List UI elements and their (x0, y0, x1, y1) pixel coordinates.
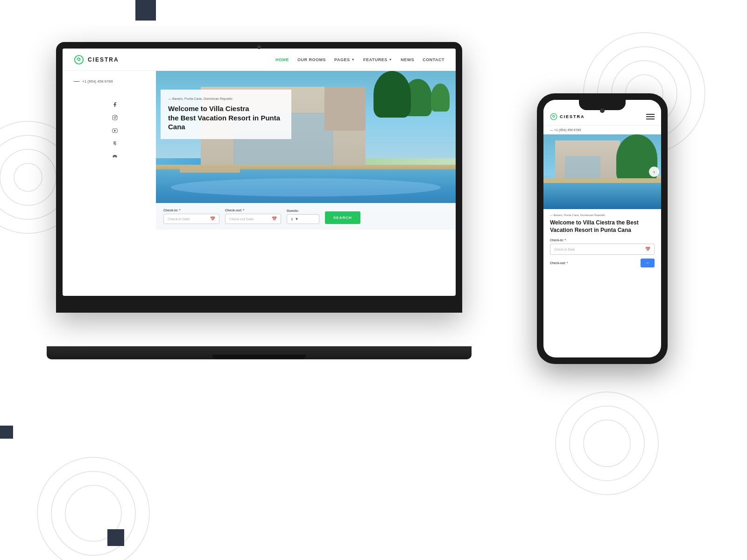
phone-checkin-input[interactable]: Check-in Date 📅 (550, 244, 655, 255)
hamburger-line-2 (646, 116, 655, 117)
hero-left-panel: +1 (954) 456 6789 (63, 71, 156, 230)
phone-pool-area (543, 181, 661, 209)
laptop-body: CIESTRA HOME OUR ROOMS PAGES ▼ FEATURES … (56, 42, 462, 313)
phone-building (555, 140, 620, 179)
tree-2 (374, 71, 411, 118)
pool-reflection (171, 178, 441, 196)
building-wing (324, 87, 366, 131)
checkin-input-wrapper[interactable]: Check-in Date 📅 (163, 214, 219, 224)
laptop-mockup: CIESTRA HOME OUR ROOMS PAGES ▼ FEATURES … (56, 42, 462, 359)
guests-dropdown-arrow: ▼ (295, 217, 298, 221)
phone-next-arrow[interactable]: › (649, 167, 659, 177)
search-button[interactable]: SEARCH (325, 211, 360, 224)
nav-contact[interactable]: CONTACT (423, 57, 444, 62)
svg-point-14 (75, 55, 83, 63)
hamburger-line-1 (646, 114, 655, 115)
phone-checkin-placeholder: Check-in Date (554, 248, 643, 251)
phone-logo-text: CIESTRA (560, 114, 585, 119)
checkin-calendar-icon: 📅 (210, 217, 215, 221)
phone-checkout-field: Check-out: * (550, 261, 638, 265)
phone-checkout-row: Check-out: * ··· (550, 259, 655, 267)
social-icons (74, 92, 156, 169)
nav-pages[interactable]: PAGES ▼ (334, 57, 355, 62)
phone-hero-location: — Bavaro, Punta Cana, Dominican Republic (550, 214, 655, 217)
website-header: CIESTRA HOME OUR ROOMS PAGES ▼ FEATURES … (63, 49, 456, 71)
nav-features[interactable]: FEATURES ▼ (363, 57, 392, 62)
checkout-placeholder: Check-out Date (229, 217, 269, 221)
instagram-icon[interactable] (112, 114, 118, 121)
guests-label: Guests: (287, 209, 319, 212)
phone-building-glass (565, 156, 600, 179)
phone-notch (579, 100, 626, 110)
checkout-field: Check-out: * Check-out Date 📅 (225, 209, 281, 224)
svg-marker-18 (114, 130, 116, 131)
hero-section: +1 (954) 456 6789 (63, 71, 456, 230)
phone-content: — Bavaro, Punta Cana, Dominican Republic… (543, 209, 661, 272)
phone-ground (543, 178, 661, 183)
search-bar: Check-in: * Check-in Date 📅 Check-out: *… (156, 203, 456, 230)
phone-search-btn[interactable]: ··· (641, 259, 655, 267)
site-nav: HOME OUR ROOMS PAGES ▼ FEATURES ▼ NEWS C… (275, 57, 444, 62)
guests-select[interactable]: 1 ▼ (287, 214, 319, 224)
svg-point-21 (114, 156, 115, 157)
phone-hero-title: Welcome to Villa Ciestra the Best Vacati… (550, 219, 655, 234)
checkin-field: Check-in: * Check-in Date 📅 (163, 209, 219, 224)
nav-home[interactable]: HOME (275, 57, 289, 62)
svg-point-2 (0, 149, 56, 205)
phone-logo: CIESTRA (550, 113, 585, 120)
loungers (180, 166, 240, 173)
phone-checkin-calendar-icon: 📅 (645, 247, 650, 252)
phone-checkout-label: Check-out: * (550, 261, 638, 265)
youtube-icon[interactable] (112, 127, 118, 134)
phone-checkin-label: Check-in: * (550, 238, 655, 242)
hero-title: Welcome to Villa Ciestra the Best Vacati… (168, 104, 284, 132)
hero-content-overlay: — Bavaro, Punta Cana, Dominican Republic… (161, 90, 291, 139)
deco-square-left-bottom (0, 426, 13, 439)
svg-point-22 (550, 113, 557, 119)
tripadvisor-icon[interactable] (112, 154, 118, 160)
phone-screen: CIESTRA — +1 (954) 456 6789 (543, 100, 661, 357)
phone-resort-scene (543, 134, 661, 209)
svg-point-8 (37, 457, 149, 560)
checkout-calendar-icon: 📅 (272, 217, 277, 221)
laptop-base (47, 346, 472, 359)
hamburger-line-3 (646, 119, 655, 119)
svg-point-17 (116, 116, 116, 117)
phone-hero-image: › (543, 134, 661, 209)
svg-point-13 (584, 420, 630, 467)
svg-rect-15 (113, 115, 117, 120)
deco-square-bottom (107, 529, 124, 546)
nav-pages-arrow: ▼ (351, 58, 354, 61)
svg-point-16 (114, 117, 116, 119)
checkout-label: Check-out: * (225, 209, 281, 212)
checkout-input-wrapper[interactable]: Check-out Date 📅 (225, 214, 281, 224)
deco-square-top-left (135, 0, 156, 21)
svg-point-12 (570, 406, 644, 481)
svg-point-11 (556, 392, 658, 495)
logo-icon (74, 55, 84, 65)
phone-body: CIESTRA — +1 (954) 456 6789 (537, 93, 668, 364)
site-logo: CIESTRA (74, 55, 119, 65)
foursquare-icon[interactable] (112, 140, 118, 147)
guests-field: Guests: 1 ▼ (287, 209, 319, 224)
laptop-screen: CIESTRA HOME OUR ROOMS PAGES ▼ FEATURES … (63, 49, 456, 296)
phone-camera (600, 108, 605, 113)
laptop-phone-number: +1 (954) 456 6789 (63, 71, 156, 92)
phone-mockup: CIESTRA — +1 (954) 456 6789 (537, 93, 668, 364)
phone-logo-icon (550, 113, 557, 120)
laptop-camera (257, 45, 261, 49)
checkin-placeholder: Check-in Date (168, 217, 207, 221)
hero-location: — Bavaro, Punta Cana, Dominican Republic (168, 97, 284, 100)
svg-point-3 (14, 163, 42, 191)
nav-news[interactable]: NEWS (401, 57, 414, 62)
facebook-icon[interactable] (112, 101, 118, 108)
phone-phone-number: — +1 (954) 456 6789 (543, 126, 661, 134)
hamburger-menu[interactable] (646, 114, 655, 119)
checkin-label: Check-in: * (163, 209, 219, 212)
tree-3 (431, 84, 450, 112)
nav-rooms[interactable]: OUR ROOMS (297, 57, 326, 62)
site-logo-text: CIESTRA (88, 56, 119, 63)
nav-features-arrow: ▼ (389, 58, 392, 61)
